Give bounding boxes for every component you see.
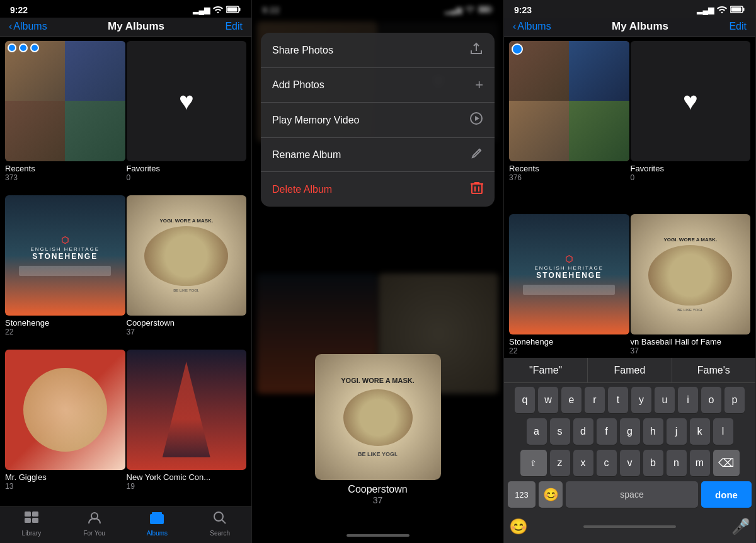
- album-nycomiccon[interactable]: New York Comic Con... 19: [127, 350, 247, 503]
- key-w[interactable]: w: [538, 387, 558, 413]
- key-c[interactable]: c: [597, 450, 617, 476]
- key-row-4: 123 😊 space done: [507, 481, 753, 508]
- battery-icon-1: [226, 6, 241, 15]
- album-count-nycomiccon: 19: [127, 482, 247, 491]
- album-name-stonehenge: Stonehenge: [5, 318, 125, 328]
- page-title-1: My Albums: [108, 20, 164, 33]
- microphone-icon[interactable]: 🎤: [731, 518, 750, 535]
- foryou-icon: [88, 511, 101, 529]
- add-photos-label: Add Photos: [272, 79, 324, 91]
- album-recents-3[interactable]: Recents 376: [509, 41, 629, 213]
- autocomplete-fames[interactable]: Fame's: [672, 358, 755, 382]
- key-l[interactable]: l: [713, 418, 733, 445]
- trash-icon: [471, 181, 483, 198]
- delete-album-label: Delete Album: [272, 184, 332, 195]
- svg-rect-6: [25, 518, 31, 523]
- key-a[interactable]: a: [527, 418, 547, 445]
- key-e[interactable]: e: [561, 387, 581, 413]
- play-memory-label: Play Memory Video: [272, 115, 359, 126]
- album-recents[interactable]: Recents 373: [5, 41, 125, 194]
- key-p[interactable]: p: [724, 387, 745, 413]
- menu-play-memory[interactable]: Play Memory Video: [261, 103, 495, 138]
- key-z[interactable]: z: [550, 450, 570, 476]
- bottom-actions-row: 😊 🎤: [504, 515, 755, 543]
- album-favorites[interactable]: ♥ Favorites 0: [127, 41, 247, 194]
- status-bar-3: 9:23 ▂▄▆: [504, 0, 755, 18]
- album-name-mrgiggles: Mr. Giggles: [5, 472, 125, 482]
- key-g[interactable]: g: [620, 418, 640, 445]
- album-count-recents: 373: [5, 173, 125, 182]
- album-count-mrgiggles: 13: [5, 482, 125, 491]
- back-label-1: Albums: [13, 21, 47, 32]
- album-name-halloffame-3: vn Baseball Hall of Fame: [631, 337, 751, 346]
- album-cooperstown[interactable]: YOGI. WORE A MASK. BE LIKE YOGI. Coopers…: [127, 195, 247, 348]
- back-button-1[interactable]: ‹ Albums: [9, 21, 47, 32]
- menu-rename-album[interactable]: Rename Album: [261, 138, 495, 172]
- key-j[interactable]: j: [667, 418, 687, 445]
- key-h[interactable]: h: [643, 418, 663, 445]
- key-space[interactable]: space: [566, 481, 698, 508]
- album-mrgiggles[interactable]: Mr. Giggles 13: [5, 350, 125, 503]
- tab-foryou-label: For You: [83, 530, 105, 537]
- status-bar-1: 9:22 ▂▄▆: [0, 0, 251, 18]
- album-thumb-nycomiccon: [127, 350, 247, 470]
- key-delete[interactable]: ⌫: [713, 450, 740, 476]
- key-r[interactable]: r: [585, 387, 605, 413]
- autocomplete-fames-label: Fame's: [697, 365, 730, 376]
- key-numbers[interactable]: 123: [508, 481, 536, 508]
- album-thumb-favorites: ♥: [127, 41, 247, 161]
- edit-button-3[interactable]: Edit: [729, 21, 747, 32]
- album-thumb-favorites-3: ♥: [631, 41, 751, 161]
- album-name-cooperstown: Cooperstown: [127, 318, 247, 328]
- album-favorites-3[interactable]: ♥ Favorites 0: [631, 41, 751, 213]
- key-n[interactable]: n: [667, 450, 687, 476]
- signal-icon-3: ▂▄▆: [697, 6, 714, 14]
- key-t[interactable]: t: [608, 387, 628, 413]
- edit-button-1[interactable]: Edit: [225, 21, 243, 32]
- svg-rect-10: [152, 512, 162, 515]
- menu-delete-album[interactable]: Delete Album: [261, 172, 495, 207]
- menu-add-photos[interactable]: Add Photos +: [261, 68, 495, 103]
- album-count-stonehenge-3: 22: [509, 346, 629, 355]
- status-icons-3: ▂▄▆: [697, 6, 745, 15]
- key-k[interactable]: k: [690, 418, 710, 445]
- nav-bar-3: ‹ Albums My Albums Edit: [504, 18, 755, 37]
- album-count-recents-3: 376: [509, 173, 629, 182]
- autocomplete-famed[interactable]: Famed: [588, 358, 672, 382]
- key-o[interactable]: o: [701, 387, 721, 413]
- pencil-icon: [471, 147, 483, 163]
- key-emoji[interactable]: 😊: [539, 481, 563, 508]
- emoji-picker-icon[interactable]: 😊: [509, 518, 528, 535]
- key-f[interactable]: f: [597, 418, 617, 445]
- key-u[interactable]: u: [655, 387, 675, 413]
- time-1: 9:22: [10, 5, 28, 15]
- nav-bar-1: ‹ Albums My Albums Edit: [0, 18, 251, 37]
- key-q[interactable]: q: [515, 387, 535, 413]
- share-icon: [469, 42, 483, 59]
- key-d[interactable]: d: [573, 418, 593, 445]
- key-x[interactable]: x: [573, 450, 593, 476]
- album-stonehenge[interactable]: ⬡ ENGLISH HERITAGE STONEHENGE Stonehenge…: [5, 195, 125, 348]
- key-m[interactable]: m: [690, 450, 710, 476]
- key-done[interactable]: done: [701, 481, 752, 508]
- svg-rect-9: [150, 514, 164, 524]
- autocomplete-fame-quoted[interactable]: "Fame": [504, 358, 588, 382]
- tab-albums[interactable]: Albums: [126, 511, 189, 537]
- menu-share-photos[interactable]: Share Photos: [261, 33, 495, 68]
- key-b[interactable]: b: [643, 450, 663, 476]
- key-shift[interactable]: ⇧: [520, 450, 547, 476]
- key-y[interactable]: y: [631, 387, 651, 413]
- heart-icon: ♥: [179, 87, 194, 115]
- key-s[interactable]: s: [550, 418, 570, 445]
- tab-foryou[interactable]: For You: [63, 511, 126, 537]
- tab-search[interactable]: Search: [188, 511, 251, 537]
- autocomplete-quoted-label: "Fame": [529, 365, 562, 376]
- phone3: 9:23 ▂▄▆ ‹ Albums: [504, 0, 756, 543]
- album-count-stonehenge: 22: [5, 328, 125, 336]
- back-button-3[interactable]: ‹ Albums: [513, 21, 551, 32]
- keyboard-container: "Fame" Famed Fame's q w e r t y u i o p: [504, 358, 755, 543]
- svg-rect-3: [227, 7, 238, 11]
- key-i[interactable]: i: [678, 387, 698, 413]
- tab-library[interactable]: Library: [0, 511, 63, 537]
- key-v[interactable]: v: [620, 450, 640, 476]
